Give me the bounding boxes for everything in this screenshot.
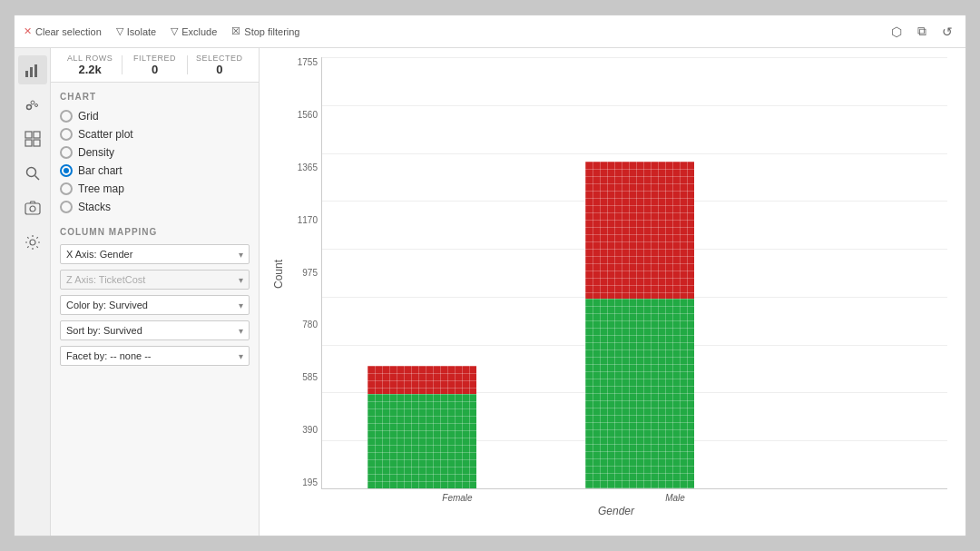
radio-bar-circle	[60, 164, 73, 177]
isolate-button[interactable]: ▽ Isolate	[116, 25, 156, 37]
nav-settings-icon[interactable]	[18, 228, 47, 257]
facet-by-chevron: ▾	[239, 351, 243, 361]
svg-line-11	[34, 176, 39, 181]
z-axis-chevron: ▾	[239, 275, 243, 285]
radio-stacks-circle	[60, 201, 73, 213]
male-green-segment	[585, 299, 694, 488]
male-bar-wrapper	[567, 162, 712, 488]
svg-point-10	[26, 168, 35, 177]
radio-treemap-circle	[60, 182, 73, 195]
3d-icon[interactable]: ⬡	[887, 23, 906, 41]
x-axis-label: Gender	[285, 505, 947, 517]
radio-bar[interactable]: Bar chart	[60, 162, 250, 180]
selected-label: SELECTED	[188, 54, 251, 63]
z-axis-value: Z Axis: TicketCost	[66, 274, 145, 285]
nav-scatter-icon[interactable]	[18, 90, 47, 119]
chart-type-radio-group: Grid Scatter plot Density Bar chart Tree…	[51, 105, 259, 218]
female-bar-wrapper	[349, 366, 495, 488]
y-tick-1365: 1365	[298, 162, 318, 172]
nav-search-icon[interactable]	[18, 159, 47, 188]
selected-value: 0	[188, 63, 251, 76]
radio-bar-label: Bar chart	[78, 164, 122, 177]
x-axis-select[interactable]: X Axis: Gender ▾	[60, 244, 250, 264]
chart-with-axes: 1755 1560 1365 1170 975 780 585 390 195	[285, 57, 947, 517]
svg-point-5	[34, 104, 37, 107]
x-axis-chevron: ▾	[239, 250, 243, 260]
chart-area: Count 1755 1560 1365 1170 975 780 585	[260, 48, 965, 536]
nav-camera-icon[interactable]	[18, 193, 47, 222]
male-stacked-bar	[585, 162, 694, 488]
exclude-button[interactable]: ▽ Exclude	[171, 25, 217, 37]
svg-point-3	[26, 105, 31, 110]
facet-by-select[interactable]: Facet by: -- none -- ▾	[60, 346, 250, 366]
svg-point-4	[31, 101, 34, 104]
radio-density-label: Density	[78, 146, 114, 159]
y-tick-585: 585	[302, 372, 318, 382]
main-area: ALL ROWS 2.2k FILTERED 0 SELECTED 0 CHAR…	[15, 48, 965, 536]
radio-treemap[interactable]: Tree map	[60, 180, 250, 198]
x-axis-value: X Axis: Gender	[66, 249, 132, 260]
stop-filtering-button[interactable]: ☒ Stop filtering	[231, 25, 299, 37]
color-by-select[interactable]: Color by: Survived ▾	[60, 295, 250, 315]
female-red-segment	[368, 366, 476, 394]
back-icon[interactable]: ↺	[938, 23, 956, 41]
y-tick-1170: 1170	[298, 215, 318, 225]
svg-rect-12	[25, 203, 40, 214]
chart-container: Count 1755 1560 1365 1170 975 780 585	[269, 57, 947, 517]
nav-grid-icon[interactable]	[18, 124, 47, 153]
y-axis-ticks: 1755 1560 1365 1170 975 780 585 390 195	[285, 57, 321, 489]
radio-treemap-label: Tree map	[78, 182, 124, 195]
radio-stacks[interactable]: Stacks	[60, 198, 250, 216]
exclude-icon: ▽	[171, 25, 178, 37]
color-by-chevron: ▾	[239, 300, 243, 310]
chart-section-header: CHART	[51, 83, 259, 105]
svg-rect-1	[30, 67, 33, 77]
radio-grid[interactable]: Grid	[60, 107, 250, 125]
radio-scatter-circle	[60, 128, 73, 141]
radio-scatter[interactable]: Scatter plot	[60, 125, 250, 143]
sidebar: ALL ROWS 2.2k FILTERED 0 SELECTED 0 CHAR…	[51, 48, 260, 536]
color-by-row: Color by: Survived ▾	[60, 295, 250, 315]
y-tick-390: 390	[302, 425, 318, 435]
column-mapping-section: X Axis: Gender ▾ Z Axis: TicketCost ▾ Co…	[51, 241, 259, 379]
clear-selection-button[interactable]: ✕ Clear selection	[24, 25, 102, 37]
color-by-value: Color by: Survived	[66, 300, 148, 310]
facet-by-value: Facet by: -- none --	[66, 350, 152, 361]
filtered-stat: FILTERED 0	[122, 54, 186, 76]
radio-density[interactable]: Density	[60, 143, 250, 162]
svg-rect-7	[34, 132, 40, 138]
toolbar-right: ⬡ ⧉ ↺	[887, 23, 956, 41]
svg-rect-8	[25, 140, 32, 146]
female-red-grid	[368, 366, 476, 394]
column-mapping-header: COLUMN MAPPING	[51, 218, 259, 241]
sort-by-chevron: ▾	[239, 326, 243, 336]
isolate-label: Isolate	[127, 26, 156, 37]
female-green-grid	[368, 394, 476, 488]
z-axis-select[interactable]: Z Axis: TicketCost ▾	[60, 270, 250, 290]
selected-stat: SELECTED 0	[188, 54, 251, 76]
sort-by-select[interactable]: Sort by: Survived ▾	[60, 320, 250, 340]
svg-rect-9	[34, 140, 40, 146]
all-rows-stat: ALL ROWS 2.2k	[58, 54, 122, 76]
isolate-icon: ▽	[116, 25, 123, 37]
svg-rect-0	[25, 71, 28, 77]
nav-chart-icon[interactable]	[18, 55, 47, 84]
sort-by-value: Sort by: Survived	[66, 325, 142, 336]
stats-bar: ALL ROWS 2.2k FILTERED 0 SELECTED 0	[51, 48, 259, 83]
male-red-segment	[585, 162, 694, 299]
y-tick-780: 780	[302, 320, 318, 330]
stop-filtering-label: Stop filtering	[244, 26, 299, 37]
svg-rect-6	[25, 132, 32, 138]
all-rows-value: 2.2k	[58, 63, 122, 76]
radio-stacks-label: Stacks	[78, 201, 111, 213]
svg-point-14	[30, 240, 35, 245]
y-tick-195: 195	[302, 477, 318, 487]
toolbar: ✕ Clear selection ▽ Isolate ▽ Exclude ☒ …	[15, 15, 965, 48]
svg-point-13	[30, 206, 35, 212]
x-tick-male: Male	[603, 493, 748, 503]
z-axis-row: Z Axis: TicketCost ▾	[60, 270, 250, 290]
x-tick-female: Female	[385, 493, 530, 503]
bars-area	[321, 57, 947, 489]
window-icon[interactable]: ⧉	[913, 23, 931, 41]
female-stacked-bar	[368, 366, 476, 488]
